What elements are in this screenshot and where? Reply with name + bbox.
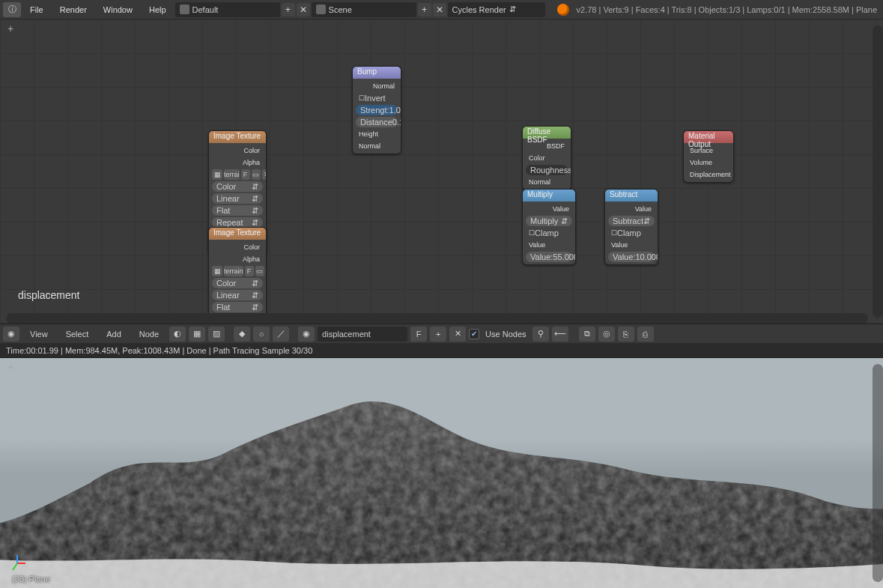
socket-alpha-out[interactable]: Alpha xyxy=(212,254,263,264)
node-header[interactable]: Subtract xyxy=(605,190,658,201)
node-header[interactable]: Material Output xyxy=(684,131,733,143)
screen-layout-dropdown[interactable]: Default xyxy=(175,2,280,17)
render-result-viewport[interactable]: (30) Plane + xyxy=(0,358,883,588)
object-shader-icon[interactable]: ◆ xyxy=(234,327,250,342)
distance-field[interactable]: Distance0.100 xyxy=(356,117,398,127)
scene-dropdown[interactable]: Scene xyxy=(312,2,416,17)
node-header[interactable]: Diffuse BSDF xyxy=(523,127,571,139)
node-bump[interactable]: Bump Normal ☐ Invert Strengt:1.000 Dista… xyxy=(352,66,401,154)
image-icon[interactable]: ▦ xyxy=(212,169,222,180)
top-menu-file[interactable]: File xyxy=(22,2,51,17)
image-name[interactable]: terrain xyxy=(224,266,243,276)
socket-normal-in[interactable]: Normal xyxy=(356,141,398,151)
remove-layout-button[interactable]: ✕ xyxy=(297,3,310,16)
line-style-icon[interactable]: ／ xyxy=(273,327,289,342)
socket-volume-in[interactable]: Volume xyxy=(687,157,730,168)
socket-bsdf-out[interactable]: BSDF xyxy=(526,141,568,151)
render-engine-dropdown[interactable]: Cycles Render ⇵ xyxy=(448,2,545,17)
image-unlink-button[interactable]: ✕ xyxy=(266,266,267,276)
value2-field[interactable]: Value:55.000 xyxy=(526,252,572,262)
colorspace-dropdown[interactable]: Color⇵ xyxy=(212,181,263,192)
image-f-button[interactable]: F xyxy=(245,266,254,276)
operation-dropdown[interactable]: Multiply⇵ xyxy=(526,216,572,226)
node-diffuse-bsdf[interactable]: Diffuse BSDF BSDF Color Roughness0.000 N… xyxy=(522,126,571,190)
colorspace-dropdown[interactable]: Color⇵ xyxy=(212,278,263,288)
projection-dropdown[interactable]: Flat⇵ xyxy=(212,205,263,216)
socket-value-out[interactable]: Value xyxy=(608,204,655,214)
socket-color-out[interactable]: Color xyxy=(212,145,263,156)
nodebar-add[interactable]: Add xyxy=(99,327,129,342)
world-shader-icon[interactable]: ○ xyxy=(253,327,270,342)
node-header[interactable]: Bump xyxy=(353,67,401,79)
shader-type-icon[interactable]: ◐ xyxy=(169,327,186,342)
material-name-input[interactable] xyxy=(318,327,407,342)
interpolation-dropdown[interactable]: Linear⇵ xyxy=(212,193,263,204)
fake-user-button[interactable]: F xyxy=(410,327,427,342)
scrollbar-horizontal[interactable] xyxy=(6,313,868,324)
socket-surface-in[interactable]: Surface xyxy=(687,145,730,156)
node-math-multiply[interactable]: Multiply Value Multiply⇵ ☐ Clamp Value V… xyxy=(522,189,576,265)
use-nodes-checkbox[interactable]: ✔ xyxy=(469,329,479,339)
node-header[interactable]: Image Texture xyxy=(209,228,266,240)
socket-normal-in[interactable]: Normal xyxy=(526,177,568,187)
socket-value1-in[interactable]: Value xyxy=(526,240,572,250)
snap-icon[interactable]: ⧉ xyxy=(579,327,595,342)
image-unlink-button[interactable]: ✕ xyxy=(262,169,267,180)
nodebar-select[interactable]: Select xyxy=(58,327,97,342)
image-name[interactable]: terrai xyxy=(224,169,240,180)
node-math-subtract[interactable]: Subtract Value Subtract⇵ ☐ Clamp Value V… xyxy=(604,189,658,265)
add-scene-button[interactable]: + xyxy=(418,3,431,16)
copy-nodes-icon[interactable]: ⎘ xyxy=(618,327,634,342)
socket-color-in[interactable]: Color xyxy=(526,153,568,163)
expand-panel-icon[interactable]: + xyxy=(7,361,13,373)
image-icon[interactable]: ▦ xyxy=(212,266,222,276)
unlink-material-button[interactable]: ✕ xyxy=(449,327,466,342)
texture-type-icon[interactable]: ▨ xyxy=(208,327,225,342)
remove-scene-button[interactable]: ✕ xyxy=(433,3,446,16)
socket-value1-in[interactable]: Value xyxy=(608,240,655,250)
scrollbar-vertical[interactable] xyxy=(873,25,883,318)
socket-height-in[interactable]: Height xyxy=(356,129,398,139)
nodebar-view[interactable]: View xyxy=(22,327,55,342)
node-material-output[interactable]: Material Output Surface Volume Displacem… xyxy=(683,130,734,183)
paste-nodes-icon[interactable]: ⎙ xyxy=(637,327,654,342)
socket-color-out[interactable]: Color xyxy=(212,242,263,252)
image-browse-row[interactable]: ▦ terrain F ▭ ✕ xyxy=(212,266,263,276)
pin-icon[interactable]: ⚲ xyxy=(532,327,549,342)
snap-type-icon[interactable]: ◎ xyxy=(598,327,615,342)
image-browse-row[interactable]: ▦ terrai F ▭ ✕ xyxy=(212,169,263,180)
clamp-checkbox[interactable]: ☐ Clamp xyxy=(526,228,572,238)
roughness-field[interactable]: Roughness0.000 xyxy=(526,165,568,175)
image-open-button[interactable]: ▭ xyxy=(255,266,264,276)
top-menu-help[interactable]: Help xyxy=(142,2,174,17)
socket-alpha-out[interactable]: Alpha xyxy=(212,157,263,168)
node-header[interactable]: Multiply xyxy=(523,190,575,201)
value2-field[interactable]: Value:10.000 xyxy=(608,252,655,262)
interpolation-dropdown[interactable]: Linear⇵ xyxy=(212,290,263,300)
image-open-button[interactable]: ▭ xyxy=(252,169,261,180)
nodebar-node[interactable]: Node xyxy=(132,327,166,342)
top-menu-render[interactable]: Render xyxy=(52,2,94,17)
projection-dropdown[interactable]: Flat⇵ xyxy=(212,302,263,312)
socket-value-out[interactable]: Value xyxy=(526,204,572,214)
image-f-button[interactable]: F xyxy=(241,169,250,180)
operation-dropdown[interactable]: Subtract⇵ xyxy=(608,216,655,226)
expand-panel-icon[interactable]: + xyxy=(7,22,13,34)
add-layout-button[interactable]: + xyxy=(282,3,295,16)
node-header[interactable]: Image Texture xyxy=(209,131,266,143)
add-material-button[interactable]: + xyxy=(430,327,446,342)
go-parent-icon[interactable]: ⟵ xyxy=(552,327,568,342)
socket-displacement-in[interactable]: Displacement xyxy=(687,169,730,180)
node-editor-canvas[interactable]: + Image Texture Color Alpha ▦ terrai F ▭… xyxy=(0,19,883,324)
top-menu-window[interactable]: Window xyxy=(96,2,140,17)
socket-normal-out[interactable]: Normal xyxy=(356,81,398,91)
material-slot-icon[interactable]: ◉ xyxy=(298,327,315,342)
editor-type-icon[interactable]: ⓘ xyxy=(3,2,21,17)
clamp-checkbox[interactable]: ☐ Clamp xyxy=(608,228,655,238)
strength-field[interactable]: Strengt:1.000 xyxy=(356,105,398,115)
editor-type-icon[interactable]: ◉ xyxy=(3,327,19,342)
compositing-type-icon[interactable]: ▦ xyxy=(189,327,205,342)
scrollbar-vertical[interactable] xyxy=(873,364,883,582)
node-image-texture-2[interactable]: Image Texture Color Alpha ▦ terrain F ▭ … xyxy=(208,227,267,324)
invert-checkbox[interactable]: ☐ Invert xyxy=(356,93,398,103)
